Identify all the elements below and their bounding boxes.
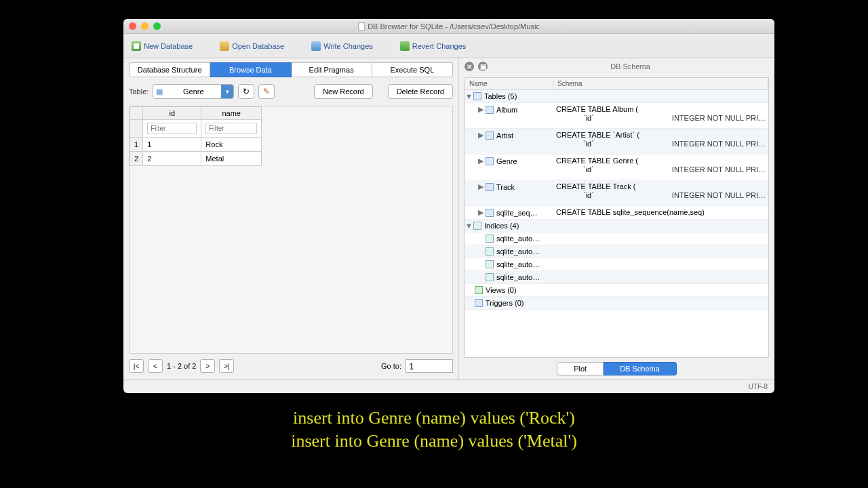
column-id[interactable]: id [143, 107, 201, 120]
index-icon [486, 235, 494, 243]
tables-icon [473, 92, 481, 100]
disclosure-triangle-icon[interactable]: ▶ [477, 208, 484, 217]
tables-node[interactable]: Tables (5) [484, 92, 517, 100]
table-node[interactable]: Album [496, 106, 517, 114]
tab-execute-sql[interactable]: Execute SQL [372, 62, 453, 77]
new-record-button[interactable]: New Record [314, 84, 373, 99]
new-database-icon [132, 41, 141, 51]
triggers-icon [475, 299, 483, 307]
chevron-down-icon: ▾ [221, 85, 233, 98]
tab-browse-data[interactable]: Browse Data [210, 62, 291, 77]
page-next-button[interactable]: > [200, 359, 215, 373]
new-database-button[interactable]: New Database [132, 41, 193, 51]
disclosure-triangle-icon[interactable]: ▼ [465, 92, 472, 100]
data-grid: id name 1 1 Rock [129, 106, 453, 354]
disclosure-triangle-icon[interactable]: ▶ [477, 131, 484, 140]
schema-col-schema[interactable]: Schema [553, 78, 768, 89]
table-select-value: Genre [165, 87, 221, 96]
window-title: DB Browser for SQLite - /Users/csev/Desk… [123, 22, 774, 30]
disclosure-triangle-icon[interactable]: ▼ [465, 222, 472, 230]
triggers-node[interactable]: Triggers (0) [486, 299, 524, 307]
page-prev-button[interactable]: < [148, 359, 163, 373]
goto-label: Go to: [381, 362, 401, 370]
goto-input[interactable] [406, 359, 453, 373]
document-icon [358, 22, 365, 30]
table-row[interactable]: 1 1 Rock [130, 138, 262, 152]
table-icon [486, 157, 494, 165]
write-changes-button[interactable]: Write Changes [311, 41, 373, 51]
open-database-button[interactable]: Open Database [220, 41, 284, 51]
page-range: 1 - 2 of 2 [167, 362, 196, 370]
table-node[interactable]: Genre [496, 157, 517, 165]
table-node[interactable]: sqlite_seq… [496, 209, 538, 217]
indices-node[interactable]: Indices (4) [484, 222, 519, 230]
index-icon [486, 260, 494, 268]
schema-col-name[interactable]: Name [465, 78, 553, 89]
toolbar: New Database Open Database Write Changes… [123, 34, 774, 58]
revert-changes-button[interactable]: Revert Changes [400, 41, 467, 51]
disclosure-triangle-icon[interactable]: ▶ [477, 182, 484, 191]
app-window: DB Browser for SQLite - /Users/csev/Desk… [123, 19, 774, 393]
tab-plot[interactable]: Plot [557, 362, 604, 375]
detach-panel-icon[interactable]: ▣ [478, 62, 488, 71]
page-first-button[interactable]: |< [129, 359, 144, 373]
column-name[interactable]: name [201, 107, 262, 120]
refresh-button[interactable]: ↻ [238, 84, 254, 99]
write-changes-icon [311, 41, 321, 51]
table-icon [486, 131, 494, 140]
delete-record-button[interactable]: Delete Record [388, 84, 453, 99]
index-icon [486, 247, 494, 256]
index-icon [486, 273, 494, 281]
disclosure-triangle-icon[interactable]: ▶ [477, 105, 484, 114]
titlebar: DB Browser for SQLite - /Users/csev/Desk… [123, 19, 774, 34]
slide-caption: insert into Genre (name) values ('Rock')… [0, 407, 868, 453]
table-row[interactable]: 2 2 Metal [130, 152, 262, 166]
index-node[interactable]: sqlite_auto… [496, 273, 540, 281]
views-node[interactable]: Views (0) [486, 286, 517, 294]
index-node[interactable]: sqlite_auto… [496, 260, 540, 268]
table-icon: ▦ [153, 87, 165, 96]
open-database-icon [220, 41, 229, 51]
tab-edit-pragmas[interactable]: Edit Pragmas [292, 62, 372, 77]
page-last-button[interactable]: >| [219, 359, 234, 373]
clear-filter-button[interactable]: ✎ [258, 84, 275, 99]
disclosure-triangle-icon[interactable]: ▶ [477, 157, 484, 165]
table-select[interactable]: ▦ Genre ▾ [153, 84, 234, 99]
indices-icon [473, 222, 481, 230]
status-bar: UTF-8 [123, 380, 774, 393]
panel-title: DB Schema [492, 62, 769, 70]
filter-id-input[interactable] [147, 123, 197, 134]
left-pane: Database Structure Browse Data Edit Prag… [123, 58, 458, 380]
index-node[interactable]: sqlite_auto… [496, 235, 540, 243]
filter-name-input[interactable] [205, 123, 257, 134]
tab-database-structure[interactable]: Database Structure [129, 62, 210, 77]
table-label: Table: [129, 87, 149, 96]
tab-db-schema[interactable]: DB Schema [604, 362, 677, 375]
table-icon [486, 106, 494, 114]
index-node[interactable]: sqlite_auto… [496, 247, 540, 256]
table-icon [486, 183, 494, 191]
encoding-label: UTF-8 [749, 383, 768, 390]
revert-changes-icon [400, 41, 410, 51]
views-icon [475, 286, 483, 294]
table-icon [486, 209, 494, 217]
close-panel-icon[interactable]: ✕ [465, 62, 474, 71]
right-pane: ✕ ▣ DB Schema Name Schema ▼Tables (5) ▶A… [458, 58, 774, 380]
table-node[interactable]: Track [496, 183, 515, 191]
table-node[interactable]: Artist [496, 131, 513, 140]
